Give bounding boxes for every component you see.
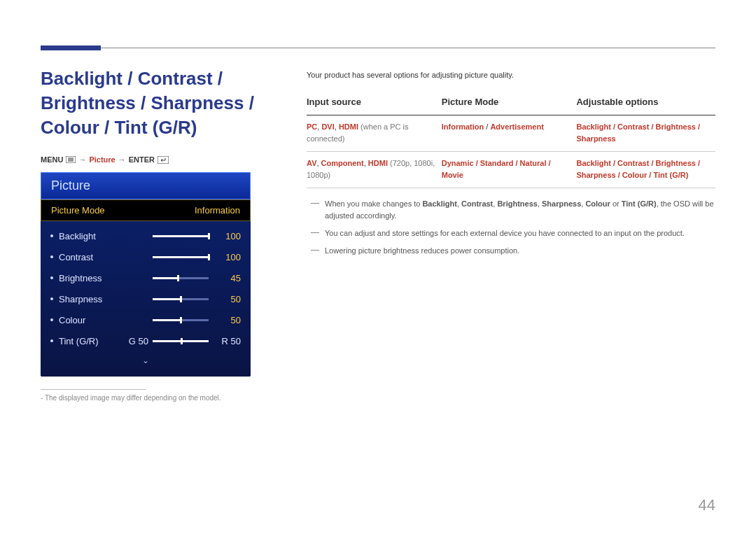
enter-label: ENTER [129, 155, 155, 164]
tint-label: Tint (G/R) [59, 336, 127, 346]
slider[interactable] [153, 319, 209, 321]
notes-block: When you make changes to Backlight, Cont… [307, 198, 715, 257]
table-row: PC, DVI, HDMI (when a PC is connected) I… [307, 115, 715, 152]
nav-picture: Picture [89, 155, 115, 164]
osd-row-value: 100 [216, 231, 241, 241]
osd-slider-row[interactable]: Contrast100 [50, 246, 241, 267]
menu-path: MENU → Picture → ENTER [41, 155, 279, 164]
note-item: When you make changes to Backlight, Cont… [325, 198, 715, 222]
col-adjustable: Adjustable options [576, 91, 715, 115]
col-picture-mode: Picture Mode [442, 91, 577, 115]
osd-row-label: Backlight [59, 231, 127, 241]
arrow-icon: → [118, 155, 126, 164]
menu-label: MENU [41, 155, 63, 164]
osd-row-value: 50 [216, 294, 241, 304]
osd-slider-row[interactable]: Sharpness50 [50, 288, 241, 309]
chevron-down-icon[interactable]: ⌄ [50, 351, 241, 365]
page-number: 44 [699, 496, 715, 514]
col-input-source: Input source [307, 91, 442, 115]
tint-row[interactable]: Tint (G/R) G 50 R 50 [50, 330, 241, 351]
osd-slider-row[interactable]: Brightness45 [50, 267, 241, 288]
picture-mode-row[interactable]: Picture Mode Information [41, 199, 251, 221]
osd-slider-row[interactable]: Backlight100 [50, 225, 241, 246]
tint-g: G 50 [127, 336, 153, 346]
osd-row-label: Brightness [59, 273, 127, 283]
osd-row-value: 45 [216, 273, 241, 283]
osd-panel: Picture Picture Mode Information Backlig… [41, 172, 251, 377]
slider[interactable] [153, 256, 209, 258]
note-item: You can adjust and store settings for ea… [325, 227, 715, 239]
enter-icon [158, 156, 169, 164]
footnote: - The displayed image may differ dependi… [41, 390, 279, 402]
osd-slider-row[interactable]: Colour50 [50, 309, 241, 330]
note-item: Lowering picture brightness reduces powe… [325, 245, 715, 257]
picture-mode-label: Picture Mode [51, 205, 105, 216]
picture-mode-value: Information [195, 205, 240, 216]
options-table: Input source Picture Mode Adjustable opt… [307, 91, 715, 188]
table-row: AV, Component, HDMI (720p, 1080i, 1080p)… [307, 152, 715, 188]
slider[interactable] [153, 235, 209, 237]
osd-row-value: 100 [216, 252, 241, 262]
osd-title: Picture [41, 172, 251, 199]
slider[interactable] [153, 277, 209, 279]
osd-row-label: Sharpness [59, 294, 127, 304]
arrow-icon: → [78, 155, 86, 164]
intro-text: Your product has several options for adj… [307, 69, 715, 81]
tint-slider[interactable] [153, 340, 209, 342]
page-title: Backlight / Contrast / Brightness / Shar… [41, 66, 279, 140]
osd-row-value: 50 [216, 315, 241, 325]
osd-row-label: Colour [59, 315, 127, 325]
slider[interactable] [153, 298, 209, 300]
tint-r: R 50 [216, 336, 241, 346]
menu-icon [66, 156, 76, 163]
osd-row-label: Contrast [59, 252, 127, 262]
